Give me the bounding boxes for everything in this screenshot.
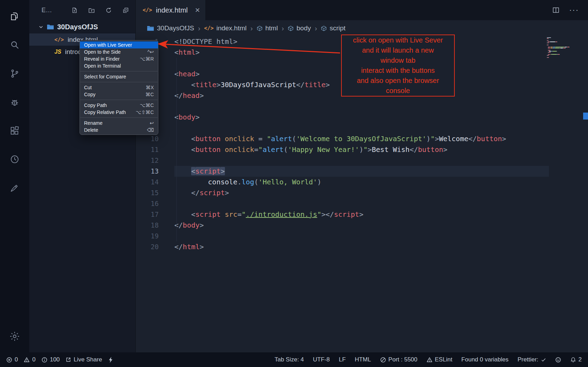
context-menu-item-cut[interactable]: Cut⌘X: [80, 84, 158, 91]
code-line-20[interactable]: 20</html>: [136, 242, 588, 252]
code-line-11[interactable]: 11 <button onclick="alert('Happy New Yea…: [136, 144, 588, 155]
breadcrumb-label: script: [330, 24, 345, 32]
context-menu-item-open-with-live-server[interactable]: Open with Live Server: [80, 41, 158, 48]
activity-item-live-share[interactable]: [0, 145, 29, 174]
line-number[interactable]: 16: [136, 198, 174, 209]
code-text: </body>: [174, 221, 204, 229]
explorer-icon: [10, 12, 20, 21]
annotation-text: and also open the browser: [342, 76, 454, 86]
activity-item-search[interactable]: [0, 31, 29, 59]
context-menu-item-select-for-compare[interactable]: Select for Compare: [80, 73, 158, 80]
status-info-100[interactable]: 100: [42, 356, 60, 363]
breadcrumb-item-script[interactable]: script: [321, 24, 345, 32]
code-line-19[interactable]: 19: [136, 231, 588, 242]
menu-item-label: Rename: [84, 120, 103, 126]
new-file-button[interactable]: [71, 7, 78, 14]
context-menu-item-reveal-in-finder[interactable]: Reveal in Finder⌥⌘R: [80, 55, 158, 62]
status-bell-2[interactable]: 2: [570, 356, 582, 363]
line-number[interactable]: 19: [136, 231, 174, 242]
context-menu-item-copy[interactable]: Copy⌘C: [80, 91, 158, 98]
line-number[interactable]: 11: [136, 144, 174, 155]
collapse-all-button[interactable]: [122, 7, 129, 14]
context-menu-item-delete[interactable]: Delete⌫: [80, 127, 158, 133]
activity-item-explorer[interactable]: [0, 2, 29, 31]
folder-30daysofjs[interactable]: 30DaysOfJS: [29, 20, 135, 33]
activity-item-settings[interactable]: [0, 325, 29, 347]
status-prettier[interactable]: Prettier:: [518, 356, 546, 363]
annotation-text: window tab: [342, 55, 454, 66]
status-smiley[interactable]: [555, 357, 561, 363]
context-menu-item-open-in-terminal[interactable]: Open in Terminal: [80, 62, 158, 69]
activity-bar-top: [0, 2, 29, 202]
split-editor-icon[interactable]: [552, 7, 559, 14]
more-actions-icon[interactable]: ···: [569, 6, 579, 15]
line-number[interactable]: 17: [136, 209, 174, 220]
status-share-live-share[interactable]: Live Share: [66, 356, 102, 363]
menu-item-shortcut: ⌫: [147, 127, 154, 133]
line-number[interactable]: 14: [136, 177, 174, 188]
status-tab-size-4[interactable]: Tab Size: 4: [274, 356, 304, 363]
indent-guide: [176, 58, 177, 242]
code-line-15[interactable]: 15 </script>: [136, 188, 588, 198]
line-number[interactable]: 10: [136, 133, 174, 144]
breadcrumb-item-30daysofjs[interactable]: 30DaysOfJS: [147, 24, 194, 32]
line-number[interactable]: 18: [136, 220, 174, 231]
context-menu-separator: [80, 117, 158, 118]
activity-item-feedback[interactable]: [0, 174, 29, 202]
tab-index-html[interactable]: </> index.html ×: [136, 0, 206, 20]
code-line-12[interactable]: 12: [136, 155, 588, 166]
line-number[interactable]: 13: [136, 166, 174, 177]
annotation-text: and it will launch a new: [342, 45, 454, 55]
code-line-17[interactable]: 17 <script src="./introduction.js"></scr…: [136, 209, 588, 220]
code-line-16[interactable]: 16: [136, 198, 588, 209]
activity-item-debug[interactable]: [0, 88, 29, 116]
code-line-14[interactable]: 14 console.log('Hello, World'): [136, 177, 588, 188]
breadcrumb-separator: ›: [250, 24, 253, 32]
line-number[interactable]: 12: [136, 155, 174, 166]
line-number[interactable]: 15: [136, 188, 174, 198]
code-text: </head>: [174, 91, 204, 100]
status-lf[interactable]: LF: [339, 356, 346, 363]
status-utf-8[interactable]: UTF-8: [313, 356, 330, 363]
breadcrumb-item-body[interactable]: body: [288, 24, 311, 32]
menu-item-shortcut: ⌘C: [145, 92, 154, 97]
minimap[interactable]: [547, 37, 579, 58]
refresh-button[interactable]: [105, 7, 112, 14]
status-lightning[interactable]: [108, 357, 113, 363]
code-line-7[interactable]: 7: [136, 101, 588, 112]
code-line-8[interactable]: 8<body>: [136, 112, 588, 123]
status-warning-0[interactable]: 0: [24, 356, 35, 363]
breadcrumb-item-index-html[interactable]: </>index.html: [204, 24, 247, 32]
context-menu-item-copy-relative-path[interactable]: Copy Relative Path⌥⇧⌘C: [80, 109, 158, 116]
extensions-icon: [10, 126, 20, 136]
code-line-13[interactable]: 13 <script>: [136, 166, 588, 177]
new-folder-button[interactable]: [88, 7, 95, 14]
code-text: <script>: [174, 167, 225, 175]
status-bar: 00100Live Share Tab Size: 4UTF-8LFHTMLPo…: [0, 352, 588, 367]
menu-item-label: Copy Relative Path: [84, 109, 126, 115]
status-error-0[interactable]: 0: [6, 356, 18, 363]
breadcrumb-label: html: [265, 24, 278, 32]
context-menu-item-copy-path[interactable]: Copy Path⌥⌘C: [80, 102, 158, 109]
breadcrumb-item-html[interactable]: html: [257, 24, 278, 32]
status-label: Port : 5500: [389, 356, 417, 363]
status-found-0-variables[interactable]: Found 0 variables: [461, 356, 508, 363]
code-line-9[interactable]: 9: [136, 123, 588, 133]
context-menu-item-rename[interactable]: Rename↩: [80, 120, 158, 127]
context-menu: Open with Live ServerOpen to the Side^↩R…: [80, 40, 158, 135]
scrollbar-marker[interactable]: [583, 113, 588, 120]
menu-item-label: Reveal in Finder: [84, 56, 120, 62]
code-line-10[interactable]: 10 <button onclick = "alert('Welcome to …: [136, 133, 588, 144]
status-bar-left: 00100Live Share: [6, 356, 113, 363]
line-number[interactable]: 20: [136, 242, 174, 252]
activity-item-extensions[interactable]: [0, 116, 29, 145]
status-warning-eslint[interactable]: ESLint: [427, 356, 452, 363]
status-circle-slash-port-5500[interactable]: Port : 5500: [380, 356, 417, 363]
code-text: <script src="./introduction.js"></script…: [174, 210, 363, 219]
code-line-18[interactable]: 18</body>: [136, 220, 588, 231]
context-menu-item-open-to-the-side[interactable]: Open to the Side^↩: [80, 48, 158, 55]
activity-item-source-control[interactable]: [0, 59, 29, 88]
status-html[interactable]: HTML: [355, 356, 371, 363]
close-tab-icon[interactable]: ×: [195, 6, 200, 14]
status-label: Prettier:: [518, 356, 538, 363]
